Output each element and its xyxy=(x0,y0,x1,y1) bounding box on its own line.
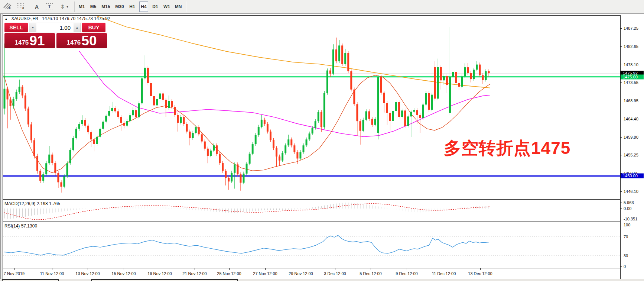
time-axis-label: 9 Dec 12:00 xyxy=(396,271,417,276)
timeframe-button-m5[interactable]: M5 xyxy=(89,1,98,12)
candle-body xyxy=(264,120,266,124)
buy-price-pips: 50 xyxy=(81,34,97,48)
ohlc-close: 1475.92 xyxy=(94,16,110,21)
candle-body xyxy=(404,110,406,126)
timeframe-button-mn[interactable]: MN xyxy=(174,1,183,12)
timeframe-button-m1[interactable]: M1 xyxy=(77,1,86,12)
candle-body xyxy=(132,110,134,115)
text-box-icon[interactable]: T xyxy=(44,2,55,12)
candle-body xyxy=(473,70,475,79)
candle-body xyxy=(171,101,173,107)
price-axis-label: 1464.40 xyxy=(624,117,638,121)
candle-body xyxy=(189,132,191,138)
candle-body xyxy=(407,116,409,126)
candle-body xyxy=(252,144,254,154)
candle-body xyxy=(54,163,56,173)
candle-body xyxy=(228,178,230,182)
candle-body xyxy=(27,109,29,125)
candle-body xyxy=(401,110,403,117)
candle-body xyxy=(419,115,421,118)
text-label-icon[interactable]: A xyxy=(32,2,42,12)
rsi-pane[interactable]: RSI(14) 57.1300 xyxy=(3,222,620,268)
macd-pane[interactable]: MACD(12,26,9) 2.198 1.765 xyxy=(3,200,620,222)
time-axis-label: 5 Dec 12:00 xyxy=(360,271,381,276)
time-axis-label: 27 Nov 12:00 xyxy=(253,271,277,276)
fibonacci-icon[interactable]: F xyxy=(16,2,29,12)
timeframe-button-h4[interactable]: H4 xyxy=(139,1,148,12)
candle-body xyxy=(332,49,334,74)
candle-body xyxy=(347,53,349,71)
candle-body xyxy=(201,134,203,141)
symbol-label: XAUUSD-,H4 xyxy=(11,16,38,21)
sell-quote-box[interactable]: 1475 91 xyxy=(4,33,55,48)
minimized-window-tab[interactable] xyxy=(91,279,238,281)
price-axis[interactable]: 1487.251482.651478.101473.551468.951464.… xyxy=(621,15,644,279)
time-axis-label: 25 Nov 12:00 xyxy=(217,271,241,276)
timeframe-button-m30[interactable]: M30 xyxy=(114,1,125,12)
timeframe-button-m15[interactable]: M15 xyxy=(100,1,111,12)
ma-fast-red xyxy=(4,75,490,173)
candle-body xyxy=(72,138,74,150)
timeframe-button-h1[interactable]: H1 xyxy=(128,1,137,12)
candle-body xyxy=(51,155,53,163)
candle-body xyxy=(96,137,98,144)
candle-body xyxy=(261,120,263,127)
candle-body xyxy=(174,107,176,115)
candle-body xyxy=(479,65,481,75)
candle-body xyxy=(240,174,241,183)
candle-body xyxy=(464,67,466,77)
candle-body xyxy=(81,120,83,124)
buy-quote-box[interactable]: 1476 50 xyxy=(56,33,107,48)
candle-body xyxy=(380,77,382,93)
candle-body xyxy=(213,145,215,151)
candle-body xyxy=(282,153,283,161)
time-axis[interactable]: 7 Nov 201911 Nov 12:0013 Nov 12:0015 Nov… xyxy=(3,268,620,279)
cursor-arrows-icon[interactable]: ⇕ ▼ xyxy=(57,2,72,12)
rsi-axis-label: 30 xyxy=(624,253,628,258)
candle-body xyxy=(443,76,445,81)
candle-body xyxy=(299,152,301,158)
minimized-window-tab[interactable] xyxy=(2,279,59,281)
candle-body xyxy=(165,100,167,108)
candle-body xyxy=(309,133,310,139)
volume-input[interactable]: 1.00 xyxy=(36,23,74,32)
volume-decrease-button[interactable]: ▼ xyxy=(29,23,36,32)
ohlc-open: 1476.10 xyxy=(42,16,58,21)
candle-body xyxy=(377,77,379,133)
collapse-arrow-icon[interactable]: ▲ xyxy=(4,17,8,21)
candle-body xyxy=(4,89,6,109)
candle-body xyxy=(216,145,218,154)
price-axis-label: 1468.95 xyxy=(624,98,638,103)
candle-body xyxy=(449,77,451,113)
candle-body xyxy=(246,164,248,174)
candle-body xyxy=(329,71,331,74)
time-axis-label: 29 Nov 12:00 xyxy=(289,271,313,276)
timeframe-button-w1[interactable]: W1 xyxy=(162,1,171,12)
svg-text:E: E xyxy=(9,6,11,9)
sell-button[interactable]: SELL xyxy=(4,23,28,32)
candle-body xyxy=(198,127,200,134)
candle-body xyxy=(296,152,298,158)
one-click-trading-panel: SELL ▼ 1.00 ▲ BUY 1475 91 1476 50 xyxy=(4,23,108,48)
candle-body xyxy=(105,116,107,122)
volume-increase-button[interactable]: ▲ xyxy=(74,23,81,32)
candle-body xyxy=(341,45,343,64)
macd-divider[interactable] xyxy=(3,199,621,200)
rsi-divider[interactable] xyxy=(3,222,621,222)
price-axis-label: 1473.55 xyxy=(624,80,638,85)
price-axis-label: 1446.10 xyxy=(624,189,638,194)
buy-button[interactable]: BUY xyxy=(82,23,105,32)
rsi-label: RSI(14) 57.1300 xyxy=(4,223,37,229)
candle-body xyxy=(279,156,280,161)
candle-body xyxy=(114,108,116,112)
expert-lines-icon[interactable]: E xyxy=(3,2,16,12)
candle-body xyxy=(437,67,439,98)
candle-body xyxy=(255,135,257,145)
blue-line-tag: 1450.00 xyxy=(621,174,644,178)
chevron-down-icon: ▼ xyxy=(66,5,69,9)
candle-body xyxy=(386,103,388,113)
candle-body xyxy=(383,93,385,103)
mt4-window: E F A T ⇕ ▼ M1M5M15M30H1H4D1W1MN M xyxy=(0,0,644,281)
candle-body xyxy=(425,93,427,104)
timeframe-button-d1[interactable]: D1 xyxy=(151,1,160,12)
